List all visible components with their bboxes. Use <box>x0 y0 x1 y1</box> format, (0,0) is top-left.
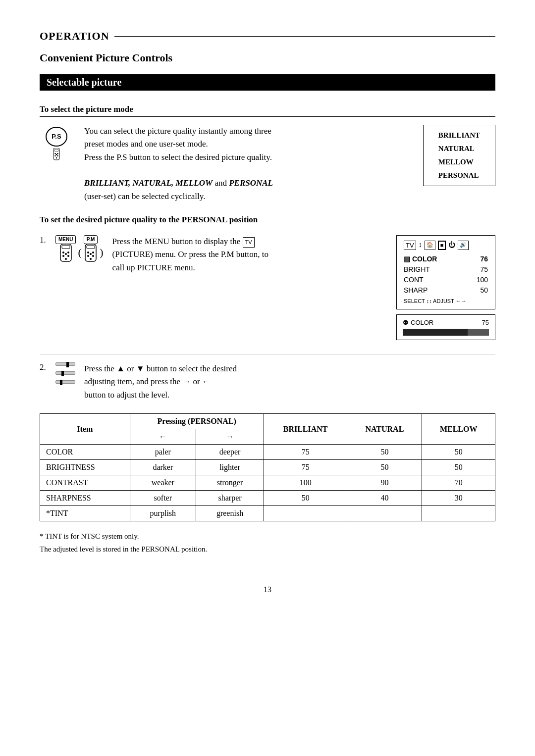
cell-mellow <box>422 506 495 521</box>
slider-icon-1 <box>55 362 75 366</box>
cell-item: COLOR <box>40 445 130 460</box>
picture-mode-description: You can select the picture quality insta… <box>84 125 408 203</box>
cell-item: SHARPNESS <box>40 491 130 506</box>
mode-personal: PERSONAL <box>438 171 479 180</box>
table-row: CONTRAST weaker stronger 100 90 70 <box>40 475 495 491</box>
menu-item-cont: CONT 100 <box>404 275 488 285</box>
cell-item: *TINT <box>40 506 130 521</box>
cell-mellow: 70 <box>422 475 495 491</box>
cell-brilliant: 50 <box>264 491 347 506</box>
menu-item-sharp: SHARP 50 <box>404 285 488 296</box>
modes-intro-text: BRILLIANT, NATURAL, MELLOW and PERSONAL <box>84 177 408 190</box>
svg-point-11 <box>67 252 69 253</box>
color-bar-screen: ⚉ COLOR 75 <box>396 314 495 340</box>
comparison-table: Item Pressing (PERSONAL) BRILLIANT NATUR… <box>40 413 495 521</box>
th-pressing: Pressing (PERSONAL) <box>130 414 264 429</box>
step1-icons: MENU ( P.M <box>55 235 104 262</box>
step-divider <box>40 354 495 354</box>
svg-point-4 <box>54 155 56 156</box>
svg-rect-17 <box>87 246 95 249</box>
th-mellow: MELLOW <box>422 414 495 445</box>
cell-left: purplish <box>130 506 196 521</box>
menu-icon-row: TV ↕ 🏠 ■ ⏻ 🔊 <box>404 241 488 250</box>
step2-icons <box>55 362 75 384</box>
cell-brilliant: 100 <box>264 475 347 491</box>
cell-right: greenish <box>196 506 264 521</box>
cell-natural: 50 <box>347 445 422 460</box>
table-row: BRIGHTNESS darker lighter 75 50 50 <box>40 460 495 475</box>
svg-point-19 <box>92 252 94 253</box>
svg-point-6 <box>56 154 57 155</box>
svg-point-2 <box>54 153 56 154</box>
step1-row: 1. MENU ( P.M <box>40 235 495 340</box>
svg-point-7 <box>56 157 57 159</box>
color-bar-track <box>403 329 489 336</box>
cell-natural <box>347 506 422 521</box>
cell-right: lighter <box>196 460 264 475</box>
color-bar-label: ⚉ COLOR 75 <box>403 319 489 326</box>
cell-brilliant: 75 <box>264 460 347 475</box>
cell-left: paler <box>130 445 196 460</box>
slider-icon-2 <box>55 371 75 375</box>
cell-natural: 90 <box>347 475 422 491</box>
remote-menu-icon <box>59 244 72 262</box>
cell-mellow: 50 <box>422 460 495 475</box>
step1-screen-area: TV ↕ 🏠 ■ ⏻ 🔊 ▤ COLOR 76 BRIGHT 75 CONT 1… <box>396 235 495 340</box>
svg-point-12 <box>62 255 64 257</box>
mode-brilliant: BRILLIANT <box>438 131 480 140</box>
modes-list: BRILLIANT NATURAL MELLOW PERSONAL <box>423 125 495 186</box>
page-number: 13 <box>40 585 495 594</box>
step2-left: 2. Press the ▲ or ▼ button to select the… <box>40 362 495 402</box>
th-right-arrow: → <box>196 429 264 445</box>
bracket-close: ) <box>100 246 103 259</box>
cell-left: softer <box>130 491 196 506</box>
remote-icon <box>50 148 63 160</box>
bracket-open: ( <box>78 246 81 259</box>
cell-right: deeper <box>196 445 264 460</box>
cell-right: sharper <box>196 491 264 506</box>
step2-row: 2. Press the ▲ or ▼ button to select the… <box>40 362 495 402</box>
cell-mellow: 50 <box>422 445 495 460</box>
cell-right: stronger <box>196 475 264 491</box>
cell-brilliant: 75 <box>264 445 347 460</box>
cell-item: CONTRAST <box>40 475 130 491</box>
th-item: Item <box>40 414 130 445</box>
table-row: SHARPNESS softer sharper 50 40 30 <box>40 491 495 506</box>
svg-point-14 <box>65 253 67 255</box>
menu-group: MENU <box>55 235 76 262</box>
pm-group: P.M <box>84 235 98 262</box>
cell-left: darker <box>130 460 196 475</box>
step2-text: Press the ▲ or ▼ button to select the de… <box>84 362 495 402</box>
svg-point-22 <box>90 253 92 255</box>
section-title: Convenient Picture Controls <box>40 51 495 64</box>
picture-mode-block: P.S You can select the picture quality i… <box>40 125 495 203</box>
notes: * TINT is for NTSC system only. The adju… <box>40 530 495 555</box>
mode-natural: NATURAL <box>438 145 475 153</box>
remote-pm-icon <box>84 244 97 262</box>
note-1: * TINT is for NTSC system only. <box>40 530 495 543</box>
ps-icon-group: P.S <box>40 127 73 160</box>
cell-natural: 40 <box>347 491 422 506</box>
svg-point-15 <box>65 258 67 260</box>
svg-rect-1 <box>54 149 58 151</box>
operation-header: OPERATION <box>40 30 495 43</box>
cell-brilliant <box>264 506 347 521</box>
step1-text: Press the MENU button to display the TV … <box>112 235 396 274</box>
cell-item: BRIGHTNESS <box>40 460 130 475</box>
svg-point-23 <box>90 258 92 260</box>
menu-item-color: ▤ COLOR 76 <box>404 254 488 264</box>
th-natural: NATURAL <box>347 414 422 445</box>
personal-header: To set the desired picture quality to th… <box>40 215 495 227</box>
picture-mode-header: To select the picture mode <box>40 104 495 117</box>
mode-mellow: MELLOW <box>438 158 474 166</box>
color-bar-fill <box>403 329 468 336</box>
step2-number: 2. <box>40 362 50 372</box>
svg-point-21 <box>92 255 94 257</box>
note-2: The adjusted level is stored in the PERS… <box>40 543 495 556</box>
svg-point-20 <box>87 255 89 257</box>
operation-divider <box>114 36 495 37</box>
cell-left: weaker <box>130 475 196 491</box>
step1-number: 1. <box>40 235 50 245</box>
svg-point-13 <box>67 255 69 257</box>
color-bar-text: COLOR <box>411 319 433 326</box>
